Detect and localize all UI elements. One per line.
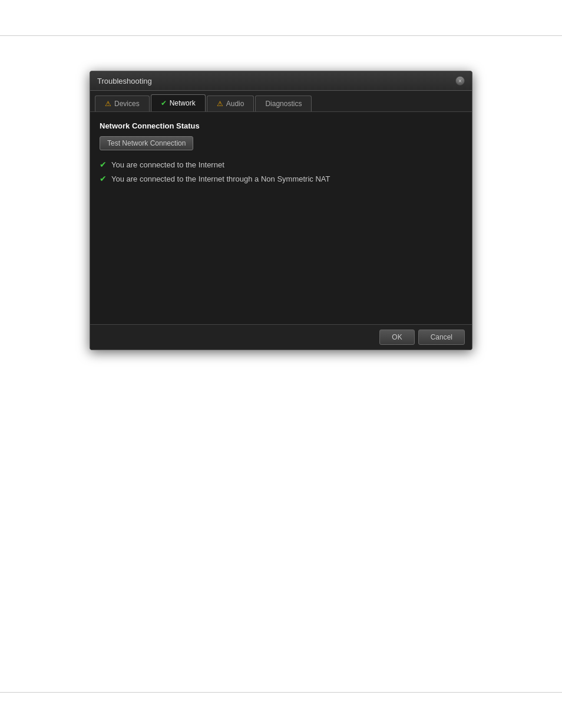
tab-network[interactable]: ✔ Network [151,94,206,111]
tab-devices-label: Devices [114,100,140,108]
tab-audio-label: Audio [226,100,244,108]
warning-icon: ⚠ [105,100,111,108]
content-area: Network Connection Status Test Network C… [90,112,472,324]
dialog-title: Troubleshooting [97,77,152,85]
cancel-button[interactable]: Cancel [418,330,465,345]
ok-button[interactable]: OK [379,330,414,345]
tab-diagnostics[interactable]: Diagnostics [255,95,312,111]
status-check-icon-2: ✔ [100,174,107,183]
status-text-2: You are connected to the Internet throug… [111,174,330,183]
dialog-footer: OK Cancel [90,324,472,350]
tab-bar: ⚠ Devices ✔ Network ⚠ Audio Diagnostics [90,91,472,112]
tab-network-label: Network [170,99,196,107]
section-title: Network Connection Status [100,121,462,130]
status-item-2: ✔ You are connected to the Internet thro… [100,174,462,183]
status-text-1: You are connected to the Internet [111,160,224,169]
warning-icon-audio: ⚠ [217,100,223,108]
troubleshooting-dialog: Troubleshooting × ⚠ Devices ✔ Network ⚠ … [90,71,472,350]
status-check-icon-1: ✔ [100,160,107,169]
status-item-1: ✔ You are connected to the Internet [100,160,462,169]
tab-devices[interactable]: ⚠ Devices [95,95,150,111]
close-button[interactable]: × [455,76,465,85]
tab-diagnostics-label: Diagnostics [265,100,302,108]
title-bar: Troubleshooting × [90,71,472,91]
tab-audio[interactable]: ⚠ Audio [207,95,254,111]
test-network-button[interactable]: Test Network Connection [100,136,193,150]
check-icon: ✔ [161,99,167,107]
